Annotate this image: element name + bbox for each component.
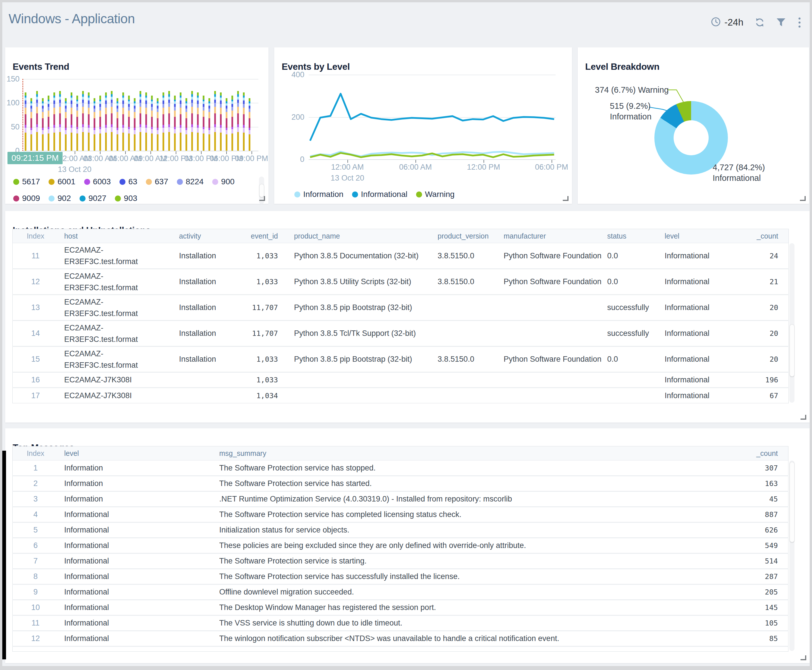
filter-icon[interactable] [776,18,786,27]
legend-item[interactable]: Warning [416,190,455,199]
table-row[interactable]: 5InformationalInitialization status for … [13,523,788,538]
column-header-Index[interactable]: Index [13,447,59,460]
column-header-status[interactable]: status [602,229,659,243]
bar-segment [88,92,90,95]
column-header-product_version[interactable]: product_version [432,229,498,243]
bar-segment [237,91,239,93]
legend-item[interactable]: Information [294,190,343,199]
legend-item[interactable]: 9027 [80,194,106,203]
bar-segment [128,102,130,104]
cell-empty [13,646,788,651]
legend-item[interactable]: 63 [119,177,137,186]
table-row[interactable]: 1InformationThe Software Protection serv… [13,460,788,476]
bar-segment [140,113,141,124]
refresh-icon[interactable] [754,17,765,28]
column-header-host[interactable]: host [59,229,173,243]
bar [249,98,250,151]
table-row[interactable]: 8InformationalThe Software Protection se… [13,569,788,584]
host-text: EC2AMAZ-ER3EF3C.test.format [64,244,145,267]
bar-segment [168,127,170,132]
bar-segment [59,100,61,103]
column-header-product_name[interactable]: product_name [288,229,432,243]
bar-segment [82,132,84,151]
column-header-msg_summary[interactable]: msg_summary [214,447,722,460]
column-header-manufacturer[interactable]: manufacturer [498,229,602,243]
scrollbar-thumb[interactable] [790,324,795,377]
column-header-_count[interactable]: _count [722,447,788,460]
table-row[interactable]: 2InformationThe Software Protection serv… [13,476,788,491]
legend-item[interactable]: 5617 [13,177,40,186]
legend-item[interactable]: Informational [352,190,408,199]
bar [65,98,67,151]
cell-product_name [288,388,432,403]
resize-handle[interactable] [800,655,806,660]
cell-msg_summary: The Software Protection service has star… [214,476,722,491]
bar-segment [65,118,67,128]
column-header-level[interactable]: level [59,447,214,460]
table-row[interactable]: 13EC2AMAZ-ER3EF3C.test.formatInstallatio… [13,295,789,321]
bar-segment [174,102,176,104]
bar-segment [151,98,153,100]
cell-event_id: 1,034 [245,388,289,403]
table-row[interactable]: 11InformationalThe VSS service is shutti… [13,616,788,631]
bar-segment [191,91,193,93]
scrollbar-thumb[interactable] [259,184,264,197]
cell-activity: Installation [173,269,245,295]
resize-handle[interactable] [563,196,568,201]
legend-item[interactable]: 900 [212,177,235,186]
bar-segment [151,134,153,151]
legend-item[interactable]: 902 [49,194,71,203]
bar-segment [191,97,193,100]
cell-_count: 67 [722,388,789,403]
resize-handle[interactable] [259,196,265,201]
series-line-informational [310,93,554,140]
legend-item[interactable]: 903 [115,194,137,203]
table-row[interactable]: 15EC2AMAZ-ER3EF3C.test.formatInstallatio… [13,347,789,372]
cell-Index: 12 [13,631,59,646]
bar-segment [111,124,113,127]
resize-handle[interactable] [800,196,806,201]
legend-item[interactable]: 8224 [177,177,203,186]
table-row[interactable]: 16EC2AMAZ-J7K308I1,033Informational196 [13,372,789,388]
table-row[interactable]: 11EC2AMAZ-ER3EF3C.test.formatInstallatio… [13,243,789,269]
table-row[interactable]: 10InformationalThe Desktop Window Manage… [13,600,788,616]
bar-segment [162,96,164,98]
table-row[interactable]: 14EC2AMAZ-ER3EF3C.test.formatInstallatio… [13,321,789,347]
bar-segment [53,108,55,114]
table-row[interactable]: 12EC2AMAZ-ER3EF3C.test.formatInstallatio… [13,269,789,295]
table-row[interactable]: 9InformationalOffline downlevel migratio… [13,584,788,600]
bar-segment [157,106,159,108]
column-header-level[interactable]: level [659,229,722,243]
scrollbar-thumb[interactable] [790,462,795,542]
column-header-event_id[interactable]: event_id [245,229,289,243]
resize-handle[interactable] [800,415,806,420]
cell-event_id: 1,033 [245,347,289,372]
legend-item[interactable]: 6003 [84,177,111,186]
table-row[interactable]: 4InformationalThe Software Protection se… [13,507,788,523]
bar [25,92,26,151]
table-row[interactable]: 17EC2AMAZ-J7K308I1,034Informational67 [13,388,789,403]
bar-segment [25,98,26,100]
bar-segment [180,125,181,128]
column-header-_count[interactable]: _count [722,229,789,243]
bar-segment [168,124,170,127]
time-range-button[interactable]: -24h [710,17,743,28]
column-header-Index[interactable]: Index [13,229,59,243]
legend-item[interactable]: 637 [146,177,168,186]
bar-segment [71,108,72,114]
table-row[interactable]: 12InformationalThe winlogon notification… [13,631,788,646]
legend-item[interactable]: 6001 [49,177,75,186]
table-row[interactable]: 7InformationalThe Software Protection se… [13,553,788,569]
table-row[interactable]: 3Information.NET Runtime Optimization Se… [13,491,788,507]
column-header-activity[interactable]: activity [173,229,245,243]
bar-segment [94,112,95,118]
bar-segment [76,110,78,117]
more-menu-icon[interactable] [797,17,802,28]
bar-segment [214,94,216,96]
legend-item[interactable]: 9009 [13,194,40,203]
bar-segment [122,114,124,125]
y-axis-tick: 400 [290,71,304,79]
panel-events-by-level: Events by Level 400200012:00 AM06:00 AM1… [274,47,572,204]
table-row[interactable]: 6InformationalThese policies are being e… [13,538,788,553]
bar [208,98,210,151]
